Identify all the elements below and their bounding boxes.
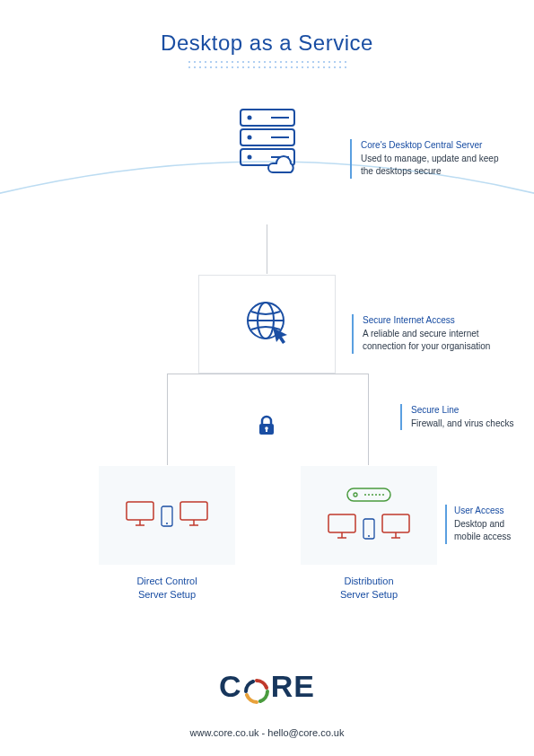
connector-line (267, 224, 267, 274)
server-desc-title: Core's Desktop Central Server (361, 139, 512, 153)
svg-point-7 (247, 155, 251, 160)
svg-rect-14 (266, 428, 267, 432)
page-title: Desktop as a Service (0, 0, 534, 56)
monitor-icon (381, 513, 411, 543)
svg-rect-26 (328, 514, 355, 532)
globe-cursor-icon (242, 297, 293, 351)
server-desc-body: Used to manage, update and keep the desk… (361, 153, 512, 179)
contact-info: www.core.co.uk - hello@core.co.uk (0, 727, 534, 738)
distribution-label: Distribution Server Setup (301, 575, 437, 602)
user-desc-title: User Access (454, 505, 530, 518)
server-description: Core's Desktop Central Server Used to ma… (350, 139, 512, 179)
svg-point-19 (166, 523, 168, 524)
direct-control-card (99, 466, 235, 565)
router-icon (346, 488, 391, 505)
direct-control-label: Direct Control Server Setup (99, 575, 235, 602)
internet-description: Secure Internet Access A reliable and se… (352, 314, 522, 354)
core-logo: C RE (0, 669, 534, 704)
card-a-line2: Server Setup (99, 588, 235, 602)
svg-point-30 (368, 535, 370, 537)
secure-desc-body: Firewall, and virus checks (411, 418, 517, 431)
logo-ring-icon (244, 676, 269, 701)
svg-rect-15 (127, 502, 153, 520)
internet-desc-body: A reliable and secure internet connectio… (363, 328, 522, 354)
phone-icon (161, 505, 173, 531)
svg-point-1 (247, 116, 251, 120)
card-b-line1: Distribution (301, 575, 437, 588)
monitor-icon (327, 513, 357, 543)
monitor-icon (125, 500, 155, 531)
svg-rect-20 (180, 502, 207, 520)
card-b-line2: Server Setup (301, 588, 437, 602)
internet-desc-title: Secure Internet Access (363, 314, 522, 328)
logo-right: RE (271, 669, 315, 704)
svg-point-4 (247, 136, 251, 140)
internet-box (198, 275, 336, 374)
server-stack-icon (232, 106, 303, 178)
card-a-line1: Direct Control (99, 575, 235, 588)
lock-icon (258, 415, 276, 440)
distribution-card (301, 466, 437, 565)
user-access-description: User Access Desktop and mobile access (445, 505, 530, 544)
phone-icon (363, 518, 375, 543)
title-dots-decoration (187, 59, 348, 70)
monitor-icon (179, 500, 209, 531)
user-desc-body: Desktop and mobile access (454, 518, 530, 544)
logo-left: C (219, 669, 242, 704)
secure-line-description: Secure Line Firewall, and virus checks (400, 404, 517, 430)
secure-desc-title: Secure Line (411, 404, 517, 418)
svg-point-24 (354, 493, 357, 497)
svg-rect-31 (382, 514, 409, 532)
